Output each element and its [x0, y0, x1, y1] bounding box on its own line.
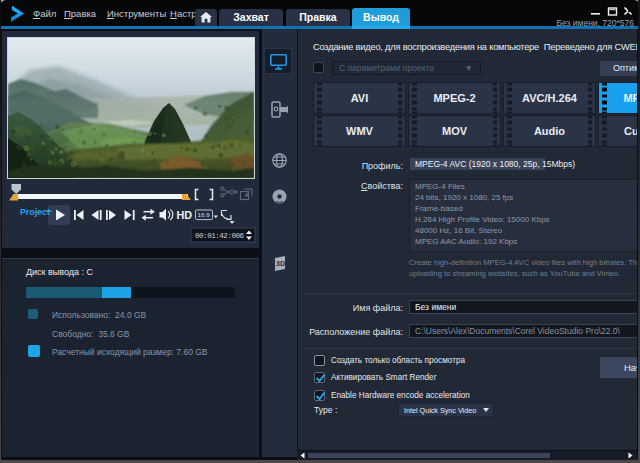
svg-text:HD: HD — [177, 209, 193, 221]
svg-text:3D: 3D — [276, 260, 285, 267]
svg-text:Project: Project — [20, 207, 50, 217]
svg-text:16:9: 16:9 — [198, 211, 211, 218]
svg-text:00:01:42:006: 00:01:42:006 — [195, 232, 245, 240]
